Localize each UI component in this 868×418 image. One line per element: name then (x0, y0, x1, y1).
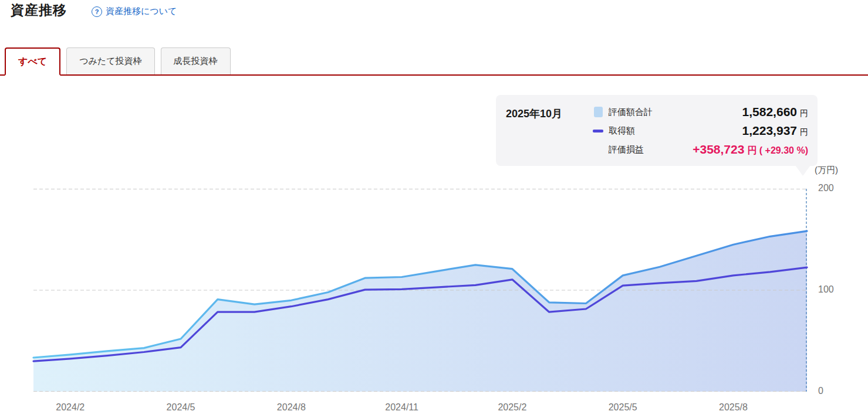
page-title: 資産推移 (11, 1, 67, 19)
y-axis-unit-label: (万円) (815, 165, 838, 176)
tooltip-row-value: +358,723 (693, 142, 744, 157)
y-tick-label: 0 (818, 386, 823, 396)
tooltip-row-value: 1,582,660 (742, 105, 797, 119)
valuation-swatch-icon (593, 107, 603, 117)
tooltip-row-2: 評価損益+358,723円 ( +29.30 %) (593, 140, 808, 159)
plot-area[interactable] (33, 189, 807, 392)
tooltip-row-1: 取得額1,223,937円 (593, 121, 808, 140)
tooltip-row-label: 評価額合計 (609, 107, 653, 118)
tab-1[interactable]: つみたて投資枠 (66, 47, 154, 74)
tooltip-row-value: 1,223,937 (742, 124, 797, 138)
x-tick-label: 2025/5 (609, 402, 637, 413)
tab-2[interactable]: 成長投資枠 (161, 47, 231, 74)
chart-tooltip: 2025年10月 評価額合計1,582,660円取得額1,223,937円評価損… (496, 95, 818, 166)
help-link[interactable]: ? 資産推移について (92, 6, 177, 17)
y-tick-label: 200 (818, 183, 834, 193)
x-tick-label: 2024/11 (385, 402, 418, 413)
tab-bar: すべてつみたて投資枠成長投資枠 (0, 49, 868, 76)
question-circle-icon: ? (92, 6, 102, 17)
x-tick-label: 2024/5 (167, 402, 195, 413)
x-tick-label: 2024/8 (277, 402, 306, 413)
tooltip-row-unit: 円 (800, 127, 808, 138)
tooltip-row-label: 評価損益 (609, 144, 644, 155)
tab-0[interactable]: すべて (5, 47, 60, 76)
tooltip-row-0: 評価額合計1,582,660円 (593, 103, 808, 121)
tooltip-row-label: 取得額 (609, 125, 635, 137)
x-tick-label: 2025/8 (719, 402, 748, 413)
cost-swatch-icon (593, 130, 603, 132)
y-tick-label: 100 (818, 284, 834, 295)
x-tick-label: 2025/2 (498, 402, 526, 413)
tooltip-date: 2025年10月 (506, 103, 593, 166)
help-link-label: 資産推移について (106, 6, 177, 17)
tooltip-caret (795, 165, 810, 176)
tooltip-row-unit: 円 (800, 108, 808, 119)
x-tick-label: 2024/2 (56, 402, 85, 413)
tooltip-row-unit: 円 ( +29.30 %) (747, 145, 808, 157)
